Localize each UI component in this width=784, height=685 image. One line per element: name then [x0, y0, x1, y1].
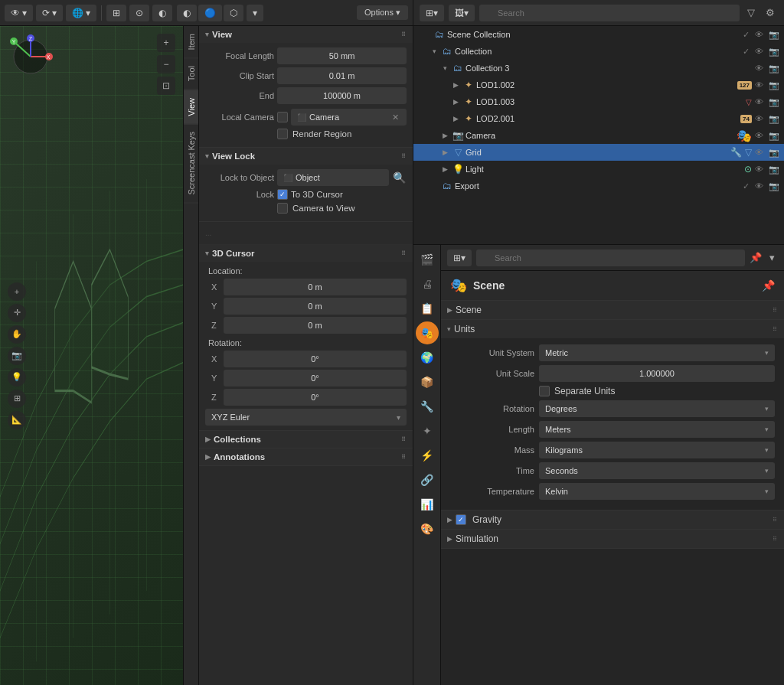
- eye-collection[interactable]: 👁: [753, 46, 765, 57]
- cam-lod1-002[interactable]: 📷: [767, 80, 781, 91]
- viewport-layout-btn[interactable]: ⊞: [106, 5, 126, 21]
- outliner-display-btn[interactable]: 🖼▾: [449, 5, 475, 21]
- eyedropper-btn[interactable]: 🔍: [392, 171, 407, 184]
- eye-grid[interactable]: 👁: [753, 147, 765, 158]
- rot-z-value[interactable]: 0°: [224, 389, 407, 406]
- eye-lod1-002[interactable]: 👁: [753, 80, 765, 90]
- shading-material-btn[interactable]: 🔵: [198, 5, 222, 21]
- render-region-checkbox[interactable]: [277, 129, 288, 139]
- mass-select[interactable]: Kilograms ▾: [539, 442, 775, 458]
- camera-to-view-checkbox[interactable]: [277, 203, 288, 214]
- rot-y-value[interactable]: 0°: [224, 370, 407, 387]
- outliner-mode-btn[interactable]: ⊞▾: [420, 5, 444, 21]
- tree-item-lod1-002[interactable]: ▶ ✦ LOD1.002 127 👁 📷: [413, 77, 784, 93]
- euler-select[interactable]: XYZ Euler ▾: [205, 409, 407, 426]
- time-select[interactable]: Seconds ▾: [539, 462, 775, 479]
- eye-scene-collection[interactable]: 👁: [753, 29, 765, 40]
- tree-item-collection3[interactable]: ▾ 🗂 Collection 3 👁 📷: [413, 60, 784, 77]
- outliner-options-btn[interactable]: ⚙: [763, 5, 778, 20]
- outliner-filter-btn[interactable]: ▽: [744, 5, 758, 20]
- viewport-shading-btn[interactable]: 🌐▾: [66, 5, 96, 21]
- pin-btn[interactable]: 📌: [750, 252, 762, 263]
- separate-units-checkbox[interactable]: [539, 386, 550, 396]
- viewport-render-btn[interactable]: ⟳▾: [36, 5, 63, 21]
- tree-item-export[interactable]: 🗂 Export ✓ 👁 📷: [413, 178, 784, 194]
- temperature-select[interactable]: Kelvin ▾: [539, 483, 775, 500]
- tree-item-light[interactable]: ▶ 💡 Light ⊙ 👁 📷: [413, 161, 784, 178]
- prop-tab-view-layer[interactable]: 📋: [416, 297, 439, 320]
- camera-close-btn[interactable]: ✕: [390, 111, 400, 124]
- outliner-search-input[interactable]: [479, 5, 740, 21]
- object-field[interactable]: ⬛ Object: [277, 169, 389, 186]
- camera-field[interactable]: ⬛ Camera ✕: [291, 109, 407, 126]
- tool-grid[interactable]: ⊞: [8, 390, 26, 408]
- unit-system-select[interactable]: Metric ▾: [539, 344, 775, 361]
- tool-move[interactable]: ✛: [8, 304, 26, 322]
- cam-collection[interactable]: 📷: [767, 46, 781, 57]
- viewport-xray-btn[interactable]: ◐: [152, 5, 172, 21]
- n-tab-item[interactable]: Item: [184, 26, 198, 58]
- scene-pin-btn[interactable]: 📌: [762, 279, 775, 292]
- props-search-input[interactable]: [476, 250, 745, 266]
- end-value[interactable]: 100000 m: [277, 87, 407, 104]
- n-tab-screencast[interactable]: Screencast Keys: [184, 124, 198, 204]
- prop-tab-modifier[interactable]: 🔧: [416, 395, 439, 418]
- prop-tab-physics[interactable]: ⚡: [416, 444, 439, 467]
- cam-lod2-001[interactable]: 📷: [767, 113, 781, 125]
- unit-scale-value[interactable]: 1.000000: [539, 365, 775, 382]
- focal-length-value[interactable]: 50 mm: [277, 47, 407, 64]
- shading-dropdown-btn[interactable]: ▾: [247, 5, 263, 21]
- check-export[interactable]: ✓: [741, 181, 751, 192]
- props-dropdown-btn[interactable]: ▾: [766, 250, 778, 265]
- cam-lod1-003[interactable]: 📷: [767, 96, 781, 108]
- view-section-header[interactable]: ▾ View ⠿: [199, 26, 413, 43]
- eye-camera[interactable]: 👁: [753, 130, 765, 141]
- eye-collection3[interactable]: 👁: [753, 63, 765, 73]
- tool-cursor[interactable]: +: [8, 282, 26, 301]
- tool-light[interactable]: 💡: [8, 368, 26, 387]
- prop-tab-data[interactable]: 📊: [416, 493, 439, 516]
- cam-scene-collection[interactable]: 📷: [767, 29, 781, 41]
- n-tab-view[interactable]: View: [184, 90, 198, 125]
- n-tab-tool[interactable]: Tool: [184, 58, 198, 90]
- eye-export[interactable]: 👁: [753, 181, 765, 191]
- eye-light[interactable]: 👁: [753, 164, 765, 175]
- to-3d-cursor-checkbox[interactable]: [277, 189, 288, 200]
- zoom-out[interactable]: −: [157, 55, 175, 73]
- collections-header[interactable]: ▶ Collections ⠿: [199, 431, 413, 448]
- eye-lod1-003[interactable]: 👁: [753, 96, 765, 107]
- cam-camera[interactable]: 📷: [767, 130, 781, 142]
- shading-solid-btn[interactable]: ◐: [177, 5, 197, 21]
- loc-x-value[interactable]: 0 m: [224, 279, 407, 295]
- props-simulation-header[interactable]: ▶ Simulation ⠿: [441, 530, 784, 548]
- tree-item-lod2-001[interactable]: ▶ ✦ LOD2.001 74 👁 📷: [413, 110, 784, 127]
- prop-tab-render[interactable]: 🎬: [416, 248, 439, 271]
- cursor-section-header[interactable]: ▾ 3D Cursor ⠿: [199, 245, 413, 262]
- rotation-select[interactable]: Degrees ▾: [539, 400, 775, 417]
- prop-tab-world[interactable]: 🌍: [416, 346, 439, 369]
- shading-rendered-btn[interactable]: ⬡: [224, 5, 243, 21]
- view-lock-header[interactable]: ▾ View Lock ⠿: [199, 148, 413, 165]
- loc-y-value[interactable]: 0 m: [224, 298, 407, 315]
- rot-x-value[interactable]: 0°: [224, 351, 407, 367]
- prop-tab-output[interactable]: 🖨: [416, 272, 439, 295]
- prop-tab-scene[interactable]: 🎭: [416, 321, 439, 344]
- tool-measure[interactable]: 📐: [8, 411, 26, 429]
- viewport-overlay-btn[interactable]: ⊙: [129, 5, 149, 21]
- cam-light[interactable]: 📷: [767, 164, 781, 175]
- annotations-header[interactable]: ▶ Annotations ⠿: [199, 449, 413, 465]
- prop-tab-constraints[interactable]: 🔗: [416, 468, 439, 491]
- clip-start-value[interactable]: 0.01 m: [277, 67, 407, 84]
- zoom-fit[interactable]: ⊡: [157, 77, 175, 95]
- cam-collection3[interactable]: 📷: [767, 63, 781, 74]
- cam-grid[interactable]: 📷: [767, 147, 781, 158]
- props-units-header[interactable]: ▾ Units ⠿: [441, 320, 784, 338]
- tree-item-lod1-003[interactable]: ▶ ✦ LOD1.003 ▽ 👁 📷: [413, 93, 784, 110]
- props-mode-btn[interactable]: ⊞▾: [447, 250, 472, 266]
- eye-lod2-001[interactable]: 👁: [753, 113, 765, 124]
- prop-tab-material[interactable]: 🎨: [416, 517, 439, 540]
- check-scene-collection[interactable]: ✓: [741, 29, 751, 41]
- tree-item-grid[interactable]: ▶ ▽ Grid 🔧 ▽ 👁 📷: [413, 144, 784, 161]
- props-scene-header[interactable]: ▶ Scene ⠿: [441, 301, 784, 319]
- props-gravity-header[interactable]: ▶ Gravity ⠿: [441, 510, 784, 529]
